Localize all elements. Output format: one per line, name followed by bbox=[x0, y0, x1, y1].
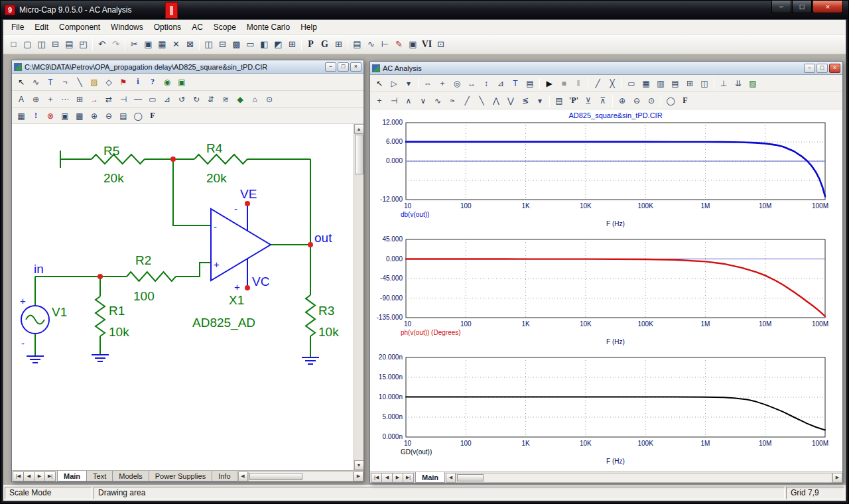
zoom-out-icon[interactable]: ⊖ bbox=[629, 94, 644, 107]
next-page-icon[interactable]: ▶ bbox=[34, 472, 45, 481]
print-icon[interactable]: ▤ bbox=[62, 38, 76, 51]
cascade-windows-icon[interactable]: ▩ bbox=[229, 38, 243, 51]
place-part-icon[interactable]: P bbox=[304, 38, 318, 51]
help-mode-icon[interactable]: ? bbox=[145, 76, 160, 88]
scroll-thumb[interactable] bbox=[457, 474, 484, 481]
world-view-icon[interactable]: ◯ bbox=[131, 109, 145, 122]
scroll-right-button[interactable]: ▶ bbox=[832, 473, 842, 483]
performance-tag-mode-icon[interactable]: ⊿ bbox=[493, 77, 508, 90]
ortho-wire-mode-icon[interactable]: ¬ bbox=[58, 76, 72, 88]
peak-icon[interactable]: ∧ bbox=[401, 94, 416, 107]
window-grid-icon[interactable]: ⊞ bbox=[332, 38, 346, 51]
menu-edit[interactable]: Edit bbox=[29, 21, 54, 33]
falling-slope-icon[interactable]: ╲ bbox=[474, 94, 489, 107]
first-page-icon[interactable]: |◀ bbox=[371, 473, 382, 483]
schematic-vertical-scrollbar[interactable]: ▲ ▼ bbox=[354, 124, 363, 470]
wire-mode-icon[interactable]: ∿ bbox=[29, 76, 43, 88]
world-view-icon[interactable]: ◯ bbox=[663, 94, 678, 107]
text-mode-icon[interactable]: T bbox=[43, 76, 58, 88]
menu-windows[interactable]: Windows bbox=[105, 21, 149, 33]
plus-marks-icon[interactable]: ▤ bbox=[668, 77, 683, 90]
menu-scope[interactable]: Scope bbox=[208, 21, 241, 33]
tab-info[interactable]: Info bbox=[212, 471, 237, 481]
analysis-minimize-button[interactable]: − bbox=[804, 64, 815, 73]
delete-icon[interactable]: ✕ bbox=[169, 38, 183, 51]
menu-options[interactable]: Options bbox=[149, 21, 186, 33]
split-horizontal-icon[interactable]: ◧ bbox=[257, 38, 271, 51]
keep-scales-icon[interactable]: ⇊ bbox=[731, 77, 746, 90]
tile-horizontal-icon[interactable]: ⊟ bbox=[216, 38, 229, 51]
tab-text[interactable]: Text bbox=[86, 471, 113, 481]
schematic-horizontal-scrollbar[interactable]: ◀ ▶ bbox=[238, 471, 363, 481]
prev-page-icon[interactable]: ◀ bbox=[23, 472, 34, 481]
next-fall-icon[interactable]: ≈ bbox=[445, 94, 460, 107]
tile-vertical-icon[interactable]: ◫ bbox=[202, 38, 216, 51]
menu-ac[interactable]: AC bbox=[186, 21, 208, 33]
tab-main[interactable]: Main bbox=[415, 472, 445, 483]
plot-stack[interactable]: 101001K10K100K1M10M100M12.0006.0000.000-… bbox=[370, 109, 842, 472]
select-mode-icon[interactable]: ↖ bbox=[14, 76, 29, 88]
analysis-titlebar[interactable]: AC Analysis − □ × bbox=[370, 62, 842, 75]
watch-window-icon[interactable]: ▤ bbox=[552, 94, 566, 107]
schematic-canvas[interactable]: - + + - bbox=[12, 124, 354, 470]
go-to-x-icon[interactable]: ⊻ bbox=[581, 94, 596, 107]
zoom-in-icon[interactable]: ⊕ bbox=[615, 94, 629, 107]
next-page-icon[interactable]: ▶ bbox=[392, 473, 403, 483]
layer-up-icon[interactable]: ▣ bbox=[58, 109, 72, 122]
vertical-tag-mode-icon[interactable]: ↕ bbox=[479, 77, 493, 90]
minimize-button[interactable]: − bbox=[771, 1, 791, 13]
tokens-icon[interactable]: ▦ bbox=[639, 77, 653, 90]
open-file-icon[interactable]: ▢ bbox=[21, 38, 34, 51]
cursor-dropdown-icon[interactable]: ▾ bbox=[533, 94, 547, 107]
rising-slope-icon[interactable]: ╱ bbox=[460, 94, 474, 107]
scale-mode-icon[interactable]: ⇔ bbox=[421, 77, 435, 90]
run-icon[interactable]: ▶ bbox=[542, 77, 556, 90]
global-low-icon[interactable]: ⋁ bbox=[503, 94, 518, 107]
place-ground-icon[interactable]: G bbox=[318, 38, 332, 51]
go-to-performance-icon[interactable]: 'P' bbox=[566, 94, 581, 107]
schematic-minimize-button[interactable]: − bbox=[325, 62, 336, 72]
resistor-r1[interactable] bbox=[96, 296, 105, 336]
point-tag-mode-icon[interactable]: ◎ bbox=[450, 77, 464, 90]
prev-page-icon[interactable]: ◀ bbox=[381, 473, 393, 483]
home-view-icon[interactable]: ⌂ bbox=[247, 93, 262, 105]
tab-power-supplies[interactable]: Power Supplies bbox=[149, 471, 212, 481]
rectangle-mode-icon[interactable]: ▧ bbox=[87, 76, 101, 88]
copy-icon[interactable]: ▣ bbox=[141, 38, 155, 51]
schematic-close-button[interactable]: × bbox=[350, 62, 361, 72]
graphics-dropdown-icon[interactable]: ▾ bbox=[401, 77, 416, 90]
scroll-thumb[interactable] bbox=[249, 473, 302, 480]
ruler-icon[interactable]: ▥ bbox=[653, 77, 668, 90]
analysis-maximize-button[interactable]: □ bbox=[816, 64, 828, 73]
scroll-right-button[interactable]: ▶ bbox=[354, 472, 363, 481]
plot-panel-2[interactable]: 101001K10K100K1M10M100M45.0000.000-45.00… bbox=[370, 233, 842, 351]
pause-icon[interactable]: ‖ bbox=[571, 77, 586, 90]
drawing-area[interactable]: - + + - bbox=[12, 124, 363, 470]
analysis-close-button[interactable]: × bbox=[829, 64, 840, 73]
info-page-icon[interactable]: ! bbox=[29, 109, 43, 122]
global-high-icon[interactable]: ⋀ bbox=[489, 94, 503, 107]
resistor-r2[interactable] bbox=[127, 272, 176, 281]
mirror-flip-icon[interactable]: ⇵ bbox=[204, 93, 218, 105]
pin-connections-icon[interactable]: + bbox=[43, 93, 58, 105]
tab-models[interactable]: Models bbox=[112, 471, 149, 481]
help-window-icon[interactable]: ⊡ bbox=[434, 38, 448, 51]
condition-display-icon[interactable]: — bbox=[131, 93, 145, 105]
save-all-icon[interactable]: ⊟ bbox=[48, 38, 62, 51]
text-mode-icon[interactable]: T bbox=[508, 77, 523, 90]
new-file-icon[interactable]: □ bbox=[7, 38, 21, 51]
next-point-icon[interactable]: ⊣ bbox=[387, 94, 401, 107]
maximize-window-icon[interactable]: ▭ bbox=[243, 38, 257, 51]
scroll-down-button[interactable]: ▼ bbox=[354, 460, 364, 470]
close-button[interactable]: × bbox=[813, 1, 843, 13]
bottom-tag-icon[interactable]: ≶ bbox=[518, 94, 533, 107]
rotate-left-icon[interactable]: ↺ bbox=[174, 93, 189, 105]
box-tool-icon[interactable]: ▦ bbox=[14, 109, 29, 122]
plot-panel-3[interactable]: 101001K10K100K1M10M100M20.000n15.000n10.… bbox=[370, 351, 842, 470]
stepping-icon[interactable]: ▤ bbox=[350, 38, 364, 51]
next-rise-icon[interactable]: ∿ bbox=[430, 94, 445, 107]
menu-file[interactable]: File bbox=[6, 21, 29, 33]
normalize-icon[interactable]: ▨ bbox=[746, 77, 760, 90]
slider-icon[interactable]: ⊢ bbox=[378, 38, 392, 51]
last-page-icon[interactable]: ▶| bbox=[403, 473, 414, 483]
